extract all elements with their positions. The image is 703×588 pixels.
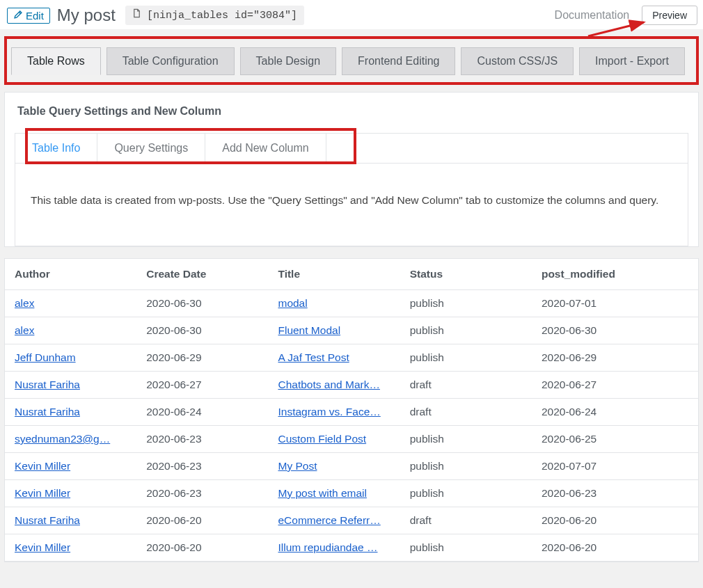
cell-status: publish — [400, 290, 532, 317]
author-link[interactable]: Nusrat Fariha — [15, 379, 80, 390]
author-link[interactable]: Kevin Miller — [15, 487, 70, 499]
sub-tab-add-new-column[interactable]: Add New Column — [205, 134, 326, 163]
author-link[interactable]: syednuman23@g… — [15, 433, 110, 445]
cell-author: Kevin Miller — [5, 480, 136, 507]
cell-title: My post with email — [268, 480, 400, 507]
cell-title: Custom Field Post — [268, 426, 400, 453]
author-link[interactable]: Jeff Dunham — [15, 351, 76, 363]
main-tabs: Table RowsTable ConfigurationTable Desig… — [11, 47, 692, 75]
title-link[interactable]: A Jaf Test Post — [278, 351, 349, 363]
author-link[interactable]: Nusrat Fariha — [15, 406, 80, 418]
sub-tab-query-settings[interactable]: Query Settings — [97, 134, 205, 163]
cell-title: A Jaf Test Post — [268, 344, 400, 372]
title-link[interactable]: Chatbots and Mark… — [278, 379, 379, 390]
pencil-icon — [13, 10, 23, 22]
cell-status: publish — [400, 453, 532, 480]
table-row: Kevin Miller2020-06-23My post with email… — [5, 480, 698, 507]
main-tab-table-rows[interactable]: Table Rows — [11, 47, 101, 75]
cell-post-modified: 2020-06-20 — [532, 534, 698, 562]
cell-title: Illum repudiandae … — [268, 534, 400, 562]
cell-create-date: 2020-06-23 — [136, 453, 268, 480]
table-row: Kevin Miller2020-06-20Illum repudiandae … — [5, 534, 698, 562]
title-link[interactable]: Illum repudiandae … — [278, 541, 377, 553]
main-tab-table-configuration[interactable]: Table Configuration — [106, 47, 235, 75]
cell-create-date: 2020-06-30 — [136, 290, 268, 317]
col-post-modified[interactable]: post_modified — [532, 259, 698, 290]
cell-status: draft — [400, 372, 532, 399]
title-link[interactable]: Custom Field Post — [278, 433, 366, 445]
table-row: alex2020-06-30Fluent Modalpublish2020-06… — [5, 317, 698, 344]
cell-title: Chatbots and Mark… — [268, 372, 400, 399]
shortcode-text: [ninja_tables id="3084"] — [147, 10, 297, 22]
table-row: Nusrat Fariha2020-06-27Chatbots and Mark… — [5, 372, 698, 399]
cell-author: Nusrat Fariha — [5, 372, 136, 399]
cell-status: draft — [400, 507, 532, 534]
cell-post-modified: 2020-06-29 — [532, 344, 698, 372]
data-table-wrap: AuthorCreate DateTitleStatuspost_modifie… — [4, 258, 699, 562]
cell-status: draft — [400, 399, 532, 426]
cell-post-modified: 2020-06-20 — [532, 507, 698, 534]
main-tab-table-design[interactable]: Table Design — [240, 47, 337, 75]
table-row: alex2020-06-30modalpublish2020-07-01 — [5, 290, 698, 317]
cell-create-date: 2020-06-20 — [136, 534, 268, 562]
table-row: Nusrat Fariha2020-06-24Instagram vs. Fac… — [5, 399, 698, 426]
cell-author: Nusrat Fariha — [5, 507, 136, 534]
col-status[interactable]: Status — [400, 259, 532, 290]
cell-create-date: 2020-06-23 — [136, 426, 268, 453]
sub-tab-table-info[interactable]: Table Info — [15, 134, 97, 163]
edit-button[interactable]: Edit — [7, 8, 50, 24]
cell-create-date: 2020-06-29 — [136, 344, 268, 372]
posts-table: AuthorCreate DateTitleStatuspost_modifie… — [5, 259, 698, 562]
table-body: alex2020-06-30modalpublish2020-07-01alex… — [5, 290, 698, 562]
cell-status: publish — [400, 534, 532, 562]
table-header-row: AuthorCreate DateTitleStatuspost_modifie… — [5, 259, 698, 290]
header-right: Documentation Preview — [555, 6, 697, 25]
col-create-date[interactable]: Create Date — [136, 259, 268, 290]
shortcode-chip[interactable]: [ninja_tables id="3084"] — [125, 6, 304, 25]
title-link[interactable]: My post with email — [278, 487, 366, 499]
main-tab-custom-css-js[interactable]: Custom CSS/JS — [461, 47, 574, 75]
cell-status: publish — [400, 344, 532, 372]
table-row: Nusrat Fariha2020-06-20eCommerce Referr…… — [5, 507, 698, 534]
main-tabs-highlight: Table RowsTable ConfigurationTable Desig… — [4, 36, 699, 85]
col-author[interactable]: Author — [5, 259, 136, 290]
main-tab-import-export[interactable]: Import - Export — [579, 47, 685, 75]
author-link[interactable]: alex — [15, 297, 34, 309]
cell-post-modified: 2020-07-01 — [532, 290, 698, 317]
author-link[interactable]: Kevin Miller — [15, 460, 70, 472]
cell-author: Jeff Dunham — [5, 344, 136, 372]
cell-post-modified: 2020-06-30 — [532, 317, 698, 344]
author-link[interactable]: alex — [15, 324, 34, 336]
page-header: Edit My post [ninja_tables id="3084"] Do… — [0, 0, 703, 29]
author-link[interactable]: Kevin Miller — [15, 541, 70, 553]
title-link[interactable]: modal — [278, 297, 307, 309]
cell-status: publish — [400, 480, 532, 507]
title-link[interactable]: My Post — [278, 460, 317, 472]
sub-tab-bar: Table InfoQuery SettingsAdd New Column T… — [15, 133, 688, 246]
cell-post-modified: 2020-06-27 — [532, 372, 698, 399]
page-title: My post — [57, 6, 116, 25]
preview-button[interactable]: Preview — [642, 6, 697, 25]
author-link[interactable]: Nusrat Fariha — [15, 514, 80, 526]
cell-title: eCommerce Referr… — [268, 507, 400, 534]
cell-create-date: 2020-06-20 — [136, 507, 268, 534]
col-title[interactable]: Title — [268, 259, 400, 290]
settings-panel: Table Query Settings and New Column Tabl… — [4, 92, 699, 247]
cell-post-modified: 2020-07-07 — [532, 453, 698, 480]
sub-tab-row: Table InfoQuery SettingsAdd New Column — [15, 134, 688, 164]
cell-status: publish — [400, 426, 532, 453]
title-link[interactable]: Instagram vs. Face… — [278, 406, 380, 418]
title-link[interactable]: Fluent Modal — [278, 324, 340, 336]
cell-status: publish — [400, 317, 532, 344]
table-row: Jeff Dunham2020-06-29A Jaf Test Postpubl… — [5, 344, 698, 372]
cell-author: syednuman23@g… — [5, 426, 136, 453]
cell-title: My Post — [268, 453, 400, 480]
cell-post-modified: 2020-06-25 — [532, 426, 698, 453]
documentation-link[interactable]: Documentation — [555, 9, 630, 22]
cell-create-date: 2020-06-23 — [136, 480, 268, 507]
cell-author: alex — [5, 317, 136, 344]
cell-create-date: 2020-06-27 — [136, 372, 268, 399]
title-link[interactable]: eCommerce Referr… — [278, 514, 380, 526]
main-tab-frontend-editing[interactable]: Frontend Editing — [342, 47, 455, 75]
edit-button-label: Edit — [26, 10, 44, 22]
